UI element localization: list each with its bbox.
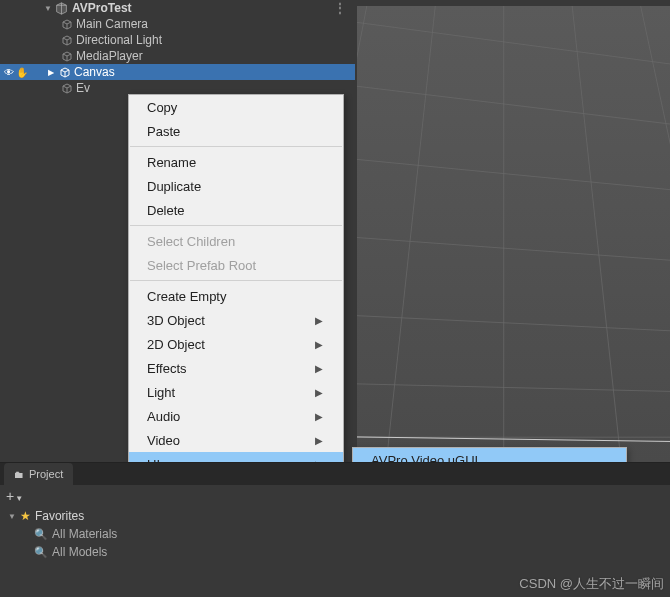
kebab-menu-icon[interactable]: ⋮ — [334, 1, 347, 15]
favorites-label: Favorites — [35, 509, 84, 523]
search-icon: 🔍 — [34, 528, 48, 541]
hierarchy-item-selected[interactable]: 👁 ✋ ▶ Canvas — [0, 64, 355, 80]
menu-audio[interactable]: Audio▶ — [129, 404, 343, 428]
submenu-arrow-icon: ▶ — [315, 411, 323, 422]
project-tabs: 🖿 Project — [0, 463, 670, 485]
folder-icon: 🖿 — [14, 469, 24, 480]
submenu-arrow-icon: ▶ — [315, 315, 323, 326]
search-icon: 🔍 — [34, 546, 48, 559]
submenu-arrow-icon: ▶ — [315, 363, 323, 374]
menu-copy[interactable]: Copy — [129, 95, 343, 119]
menu-3d-object[interactable]: 3D Object▶ — [129, 308, 343, 332]
expand-arrow-icon[interactable]: ▼ — [44, 4, 54, 13]
svg-line-8 — [386, 6, 435, 462]
menu-effects[interactable]: Effects▶ — [129, 356, 343, 380]
menu-select-prefab-root: Select Prefab Root — [129, 253, 343, 277]
star-icon: ★ — [20, 509, 31, 523]
scene-name: AVProTest — [72, 1, 132, 15]
gameobject-icon — [60, 81, 74, 95]
favorites-item-label: All Materials — [52, 527, 117, 541]
menu-select-children: Select Children — [129, 229, 343, 253]
menu-paste[interactable]: Paste — [129, 119, 343, 143]
viewport-grid — [357, 6, 670, 462]
favorites-item[interactable]: 🔍 All Materials — [0, 525, 670, 543]
svg-line-7 — [357, 6, 367, 462]
menu-separator — [130, 280, 342, 281]
item-label: MediaPlayer — [76, 49, 143, 63]
unity-logo-icon — [54, 1, 68, 15]
menu-rename[interactable]: Rename — [129, 150, 343, 174]
context-menu-main: Copy Paste Rename Duplicate Delete Selec… — [128, 94, 344, 501]
gameobject-icon — [60, 33, 74, 47]
watermark-text: CSDN @人生不过一瞬间 — [519, 575, 664, 593]
visibility-icon[interactable]: 👁 — [4, 67, 14, 78]
pickable-icon[interactable]: ✋ — [16, 67, 28, 78]
menu-video[interactable]: Video▶ — [129, 428, 343, 452]
menu-create-empty[interactable]: Create Empty — [129, 284, 343, 308]
svg-line-11 — [641, 6, 670, 462]
scene-viewport[interactable] — [357, 0, 670, 462]
svg-line-10 — [572, 6, 621, 462]
svg-line-1 — [357, 383, 670, 393]
scene-root-row[interactable]: ▼ AVProTest ⋮ — [0, 0, 355, 16]
svg-line-5 — [357, 80, 670, 130]
svg-line-6 — [357, 16, 670, 71]
item-label: Directional Light — [76, 33, 162, 47]
favorites-item[interactable]: 🔍 All Models — [0, 543, 670, 561]
expand-arrow-icon[interactable]: ▶ — [48, 68, 58, 77]
item-label: Canvas — [74, 65, 115, 79]
svg-line-3 — [357, 234, 670, 264]
menu-duplicate[interactable]: Duplicate — [129, 174, 343, 198]
project-tab[interactable]: 🖿 Project — [4, 463, 73, 485]
svg-line-2 — [357, 313, 670, 333]
add-button[interactable]: +▼ — [6, 488, 23, 504]
menu-delete[interactable]: Delete — [129, 198, 343, 222]
project-toolbar: +▼ — [0, 485, 670, 507]
gameobject-icon — [60, 17, 74, 31]
hierarchy-item[interactable]: Main Camera — [0, 16, 355, 32]
menu-2d-object[interactable]: 2D Object▶ — [129, 332, 343, 356]
expand-arrow-icon[interactable]: ▼ — [8, 512, 16, 521]
svg-line-4 — [357, 155, 670, 195]
submenu-arrow-icon: ▶ — [315, 339, 323, 350]
submenu-arrow-icon: ▶ — [315, 387, 323, 398]
project-tab-label: Project — [29, 468, 63, 480]
item-label: Ev — [76, 81, 90, 95]
menu-separator — [130, 225, 342, 226]
menu-light[interactable]: Light▶ — [129, 380, 343, 404]
gameobject-icon — [58, 65, 72, 79]
gameobject-icon — [60, 49, 74, 63]
hierarchy-item[interactable]: Directional Light — [0, 32, 355, 48]
item-label: Main Camera — [76, 17, 148, 31]
menu-separator — [130, 146, 342, 147]
favorites-header[interactable]: ▼ ★ Favorites — [0, 507, 670, 525]
hierarchy-item[interactable]: MediaPlayer — [0, 48, 355, 64]
submenu-arrow-icon: ▶ — [315, 435, 323, 446]
favorites-item-label: All Models — [52, 545, 107, 559]
